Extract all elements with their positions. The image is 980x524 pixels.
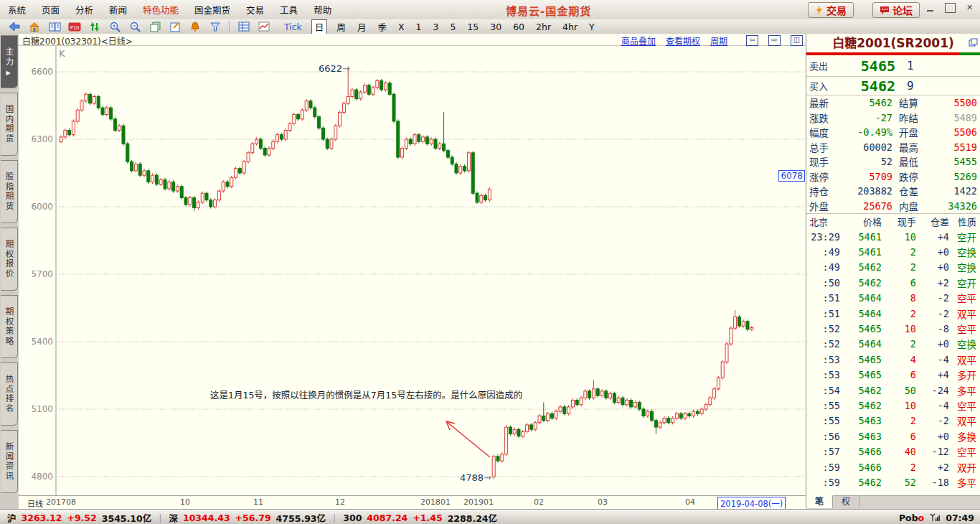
period-月[interactable]: 月 [357, 20, 367, 34]
sidebar-tab-options-strategy[interactable]: 期权策略 [1, 295, 18, 358]
filter-icon[interactable] [209, 21, 222, 33]
quote-label: 跌停 [899, 169, 929, 184]
quote-value: 5500 [929, 97, 977, 108]
tape-row[interactable]: :52 5464 2 +0 空换 [806, 337, 980, 352]
menu-trade[interactable]: 交易 [238, 3, 272, 17]
copy-pages-icon[interactable] [149, 21, 161, 33]
close-button[interactable]: ✕ [965, 4, 974, 12]
ask-price: 5465 [839, 57, 895, 75]
index-quote[interactable]: 沪3263.12 +9.523545.10亿 [7, 511, 151, 524]
ask-volume: 1 [907, 59, 914, 72]
period-30[interactable]: 30 [490, 22, 501, 32]
quote-table-icon[interactable] [237, 21, 250, 33]
zoom-out-icon[interactable] [128, 21, 141, 33]
sidebar-tab-domestic-futures[interactable]: 国内期货 [1, 93, 18, 156]
tape-row[interactable]: :51 5464 8 -2 空平 [806, 291, 980, 306]
period-周[interactable]: 周 [336, 20, 346, 34]
col-nature: 性质 [949, 215, 976, 228]
home-icon[interactable] [28, 21, 41, 33]
svg-text:5700: 5700 [31, 269, 53, 279]
col-volume: 现手 [882, 215, 916, 228]
x-tick: 03 [598, 497, 608, 507]
period-15[interactable]: 15 [467, 22, 479, 32]
sidebar-tab-main-contract[interactable]: 主力▶ [1, 35, 18, 88]
menu-page[interactable]: 页面 [34, 3, 67, 17]
sidebar-tab-news-info[interactable]: 新闻资讯 [1, 430, 18, 493]
period-季[interactable]: 季 [377, 20, 387, 34]
tape-row[interactable]: :55 5463 2 -2 双平 [806, 413, 980, 429]
view-options-link[interactable]: 查看期权 [666, 34, 700, 47]
index-quote[interactable]: 深10344.43 +56.794755.93亿 [169, 511, 326, 524]
tape-row[interactable]: :50 5462 6 +2 空开 [806, 275, 980, 290]
split-pane-icon[interactable]: ◫ [791, 35, 803, 46]
period-2hr[interactable]: 2hr [536, 22, 551, 32]
x-tick: 12 [335, 497, 345, 507]
tape-row[interactable]: :59 5466 2 +2 双开 [806, 459, 980, 474]
tape-row[interactable]: :59 5462 52 -18 多平 [806, 474, 980, 490]
maximize-button[interactable] [945, 3, 956, 13]
toolbar: F10 Tick日周月季X1351530602hr4hrY [0, 19, 980, 34]
candlestick-chart[interactable]: 6600630060005700540051004800 [19, 45, 806, 495]
trend-chart-icon[interactable] [258, 21, 270, 33]
period-1[interactable]: 1 [415, 22, 421, 32]
popout-icon[interactable] [969, 36, 978, 50]
tape-row[interactable]: :53 5465 4 -4 双平 [806, 352, 980, 367]
quote-row: 现手 52 最低 5455 [806, 154, 980, 169]
x-tick: 201708 [46, 497, 76, 507]
period-日[interactable]: 日 [311, 19, 328, 34]
tape-row[interactable]: :55 5462 10 -4 空平 [806, 398, 980, 413]
minimize-button[interactable] [926, 4, 936, 12]
menu-special-features[interactable]: 特色功能 [135, 3, 187, 17]
tape-row[interactable]: :54 5462 50 -24 多平 [806, 383, 980, 398]
k-indicator-label: K [59, 48, 65, 59]
quote-label: 昨结 [899, 111, 929, 125]
zoom-in-icon[interactable] [108, 21, 121, 33]
sidebar-tab-index-futures[interactable]: 股指期货 [1, 160, 18, 223]
sort-arrows-icon[interactable] [88, 21, 101, 33]
user-note-annotation[interactable]: 这是1月15号，按照以往换月的惯例是从7月15号左右接的。是什么原因造成的 [210, 388, 522, 401]
menu-tools[interactable]: 工具 [272, 3, 306, 17]
tape-row[interactable]: :49 5462 2 +0 空换 [806, 260, 980, 275]
tape-row[interactable]: 23:29 5461 10 +4 空开 [806, 229, 980, 244]
browse-icon[interactable] [48, 21, 61, 33]
tape-row[interactable]: :51 5464 2 -2 双平 [806, 306, 980, 321]
back-icon[interactable] [8, 21, 21, 33]
quote-label: 最高 [899, 140, 929, 154]
period-Tick[interactable]: Tick [284, 22, 302, 32]
f10-icon[interactable]: F10 [68, 21, 81, 33]
bid-volume: 9 [907, 79, 914, 93]
period-3[interactable]: 3 [433, 22, 438, 32]
index-quote[interactable]: 3004087.24 +1.452288.24亿 [343, 511, 497, 524]
tape-row[interactable]: :52 5465 10 -8 空平 [806, 321, 980, 336]
signal-icon [930, 513, 940, 522]
next-arrow-icon[interactable]: ⇨ [768, 35, 781, 46]
panel-tab-权[interactable]: 权 [833, 496, 859, 508]
edit-note-icon[interactable] [169, 21, 182, 33]
quote-value: 34326 [929, 200, 977, 212]
period-60[interactable]: 60 [513, 22, 524, 32]
menu-guojin-futures[interactable]: 国金期货 [187, 3, 238, 17]
trade-button[interactable]: 交易 [808, 2, 854, 18]
tape-row[interactable]: :49 5461 2 +0 空换 [806, 244, 980, 259]
sidebar-tab-options-quotes[interactable]: 期权报价 [1, 228, 18, 291]
prev-arrow-icon[interactable]: ⇦ [746, 35, 758, 46]
forum-button[interactable]: 论坛 [872, 2, 920, 18]
menu-help[interactable]: 帮助 [306, 3, 339, 17]
menu-analysis[interactable]: 分析 [67, 3, 101, 17]
quote-label: 外盘 [809, 199, 839, 213]
quote-row: 最新 5462 结算 5500 [806, 95, 980, 111]
tape-row[interactable]: :56 5463 6 +0 多换 [806, 429, 980, 444]
period-X[interactable]: X [398, 22, 405, 32]
period-Y[interactable]: Y [589, 22, 595, 32]
period-link[interactable]: 周期 [710, 34, 727, 47]
period-5[interactable]: 5 [450, 22, 456, 32]
sidebar-tab-hot-ranking[interactable]: 热点排名 [1, 362, 18, 426]
panel-tab-笔[interactable]: 笔 [806, 495, 833, 508]
tape-row[interactable]: :57 5466 40 -12 空平 [806, 444, 980, 459]
alert-bell-icon[interactable] [189, 21, 202, 33]
menu-system[interactable]: 系统 [0, 3, 34, 17]
overlay-link[interactable]: 商品叠加 [621, 34, 656, 47]
period-4hr[interactable]: 4hr [562, 22, 578, 32]
menu-news[interactable]: 新闻 [101, 3, 135, 17]
tape-row[interactable]: :53 5465 6 +4 多开 [806, 368, 980, 383]
